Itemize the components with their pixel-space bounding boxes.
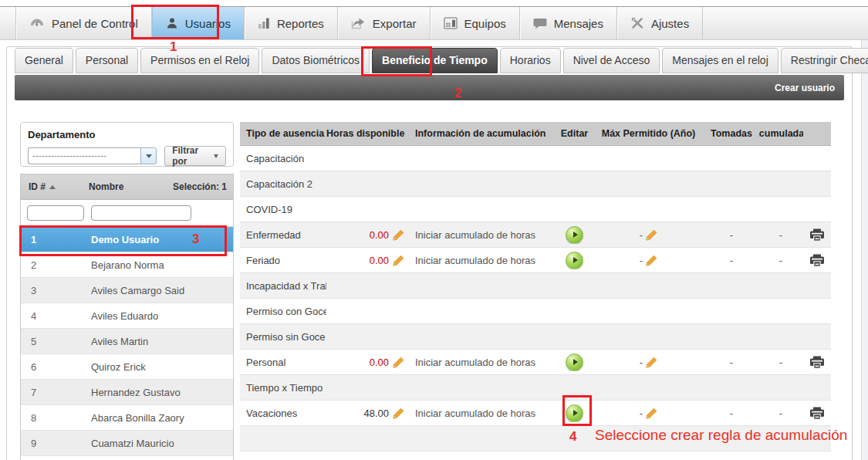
- column-header-id[interactable]: ID #: [21, 181, 89, 192]
- message-icon: [533, 17, 547, 29]
- create-user-button[interactable]: Crear usuario: [775, 83, 835, 93]
- section-toolbar: Crear usuario: [15, 75, 844, 100]
- print-icon[interactable]: [809, 407, 825, 420]
- user-row[interactable]: 11 Demo Usuario 4: [21, 456, 233, 460]
- user-icon: [166, 17, 178, 29]
- edit-pencil-icon[interactable]: [646, 357, 657, 368]
- selection-count-label: Selección: 1: [173, 181, 233, 192]
- tab-restringir-checadas[interactable]: Restringir Checadas: [781, 48, 868, 73]
- department-select-input[interactable]: [28, 147, 140, 164]
- max-allowed-value: -: [640, 229, 643, 241]
- user-list-filter-row: [21, 200, 233, 227]
- name-filter-input[interactable]: [91, 205, 191, 221]
- user-row[interactable]: 1 Demo Usuario: [21, 227, 233, 252]
- user-row[interactable]: 4 Aviles Eduardo: [21, 303, 233, 329]
- accrual-info-label: Iniciar acumulado de horas: [415, 255, 535, 266]
- column-header-nombre: Nombre: [89, 181, 173, 192]
- tab-general[interactable]: General: [15, 48, 73, 73]
- print-icon[interactable]: [809, 254, 825, 267]
- benefit-row-personal: Personal 0.00 Iniciar acumulado de horas…: [240, 350, 831, 375]
- nav-label: Panel de Control: [52, 17, 138, 30]
- nav-item-ajustes[interactable]: Ajustes: [617, 7, 703, 39]
- tab-bar: General Personal Permisos en el Reloj Da…: [7, 47, 852, 73]
- absence-type: COVID-19: [240, 204, 326, 215]
- benefit-row-covid-19: COVID-19: [240, 197, 831, 222]
- nav-item-panel-de-control[interactable]: Panel de Control: [15, 7, 152, 39]
- tab-horarios[interactable]: Horarios: [500, 48, 561, 73]
- edit-pencil-icon[interactable]: [646, 229, 657, 241]
- absence-type: Vacaciones: [240, 408, 326, 419]
- user-row[interactable]: 9 Cuamatzi Mauricio: [21, 431, 233, 456]
- user-row[interactable]: 8 Abarca Bonilla Zaory: [21, 405, 233, 431]
- chevron-down-icon: [146, 154, 152, 158]
- user-list-table: ID # Nombre Selección: 1 1 Demo Usuario …: [20, 174, 234, 460]
- department-dropdown-button[interactable]: [140, 147, 157, 164]
- nav-item-mensajes[interactable]: Mensajes: [520, 7, 617, 39]
- absence-type: Capacitación: [240, 153, 326, 164]
- play-icon: [573, 410, 578, 416]
- user-id: 9: [21, 438, 91, 449]
- nav-label: Usuarios: [185, 17, 231, 30]
- play-icon: [573, 232, 578, 238]
- tab-beneficio-de-tiempo[interactable]: Beneficio de Tiempo: [372, 48, 498, 73]
- edit-pencil-icon[interactable]: [393, 255, 404, 266]
- id-filter-input[interactable]: [27, 205, 84, 221]
- create-accrual-rule-button[interactable]: [566, 353, 583, 371]
- user-row[interactable]: 3 Aviles Camargo Said: [21, 278, 233, 303]
- nav-item-exportar[interactable]: Exportar: [338, 7, 431, 39]
- available-hours: 0.00: [370, 229, 389, 241]
- page-right-gutter: [861, 40, 868, 460]
- create-accrual-rule-button[interactable]: [566, 226, 583, 244]
- nav-item-equipos[interactable]: Equipos: [431, 7, 520, 39]
- create-accrual-rule-button[interactable]: [566, 252, 583, 269]
- accrual-info-label: Iniciar acumulado de horas: [415, 408, 535, 419]
- benefit-row-incapacidad-x-trabajo: Incapacidad x Trabajo: [240, 273, 831, 299]
- print-icon[interactable]: [809, 228, 825, 242]
- available-hours: 0.00: [370, 255, 389, 266]
- filter-by-button[interactable]: Filtrar por: [164, 146, 226, 166]
- user-name: Demo Usuario: [91, 234, 233, 245]
- user-row[interactable]: 2 Bejarano Norma: [21, 252, 233, 278]
- user-row[interactable]: 7 Hernandez Gustavo: [21, 380, 233, 405]
- benefit-row-vacaciones: Vacaciones 48.00 Iniciar acumulado de ho…: [240, 401, 831, 426]
- tab-nivel-de-acceso[interactable]: Nivel de Acceso: [563, 48, 660, 73]
- col-acumuladas: Acumuladas: [758, 128, 803, 139]
- time-benefit-table: Tipo de ausencia Horas disponible Inform…: [240, 122, 831, 452]
- user-row[interactable]: 5 Aviles Martin: [21, 329, 233, 354]
- accumulated-value: -: [779, 357, 782, 368]
- tab-personal[interactable]: Personal: [76, 48, 138, 73]
- absence-type: Tiempo x Tiempo: [240, 382, 326, 394]
- create-accrual-rule-button[interactable]: [566, 404, 583, 422]
- absence-type: Capacitación 2: [240, 178, 326, 190]
- col-tomadas: Tomadas: [704, 128, 758, 139]
- nav-label: Ajustes: [651, 17, 689, 30]
- taken-value: -: [730, 229, 733, 241]
- edit-pencil-icon[interactable]: [393, 408, 404, 419]
- tab-permisos-en-el-reloj[interactable]: Permisos en el Reloj: [140, 48, 259, 73]
- col-editar: Editar: [556, 128, 593, 139]
- edit-pencil-icon[interactable]: [393, 357, 404, 368]
- tab-datos-biometricos[interactable]: Datos Biométricos: [262, 48, 370, 73]
- tab-mensajes-en-el-reloj[interactable]: Mensajes en el reloj: [662, 48, 778, 73]
- print-icon[interactable]: [809, 356, 825, 369]
- available-hours: 0.00: [370, 357, 389, 368]
- taken-value: -: [730, 255, 733, 266]
- user-list-header: ID # Nombre Selección: 1: [21, 174, 233, 200]
- benefit-table-header: Tipo de ausencia Horas disponible Inform…: [240, 122, 831, 146]
- benefit-row-tiempo-x-tiempo: Tiempo x Tiempo: [240, 375, 831, 401]
- edit-pencil-icon[interactable]: [393, 229, 404, 241]
- user-id: 2: [21, 259, 91, 271]
- user-row[interactable]: 6 Quiroz Erick: [21, 354, 233, 380]
- accrual-info-label: Iniciar acumulado de horas: [415, 229, 535, 241]
- id-header-label: ID #: [29, 181, 46, 192]
- device-icon: [444, 17, 458, 29]
- nav-item-reportes[interactable]: Reportes: [245, 7, 338, 39]
- nav-item-usuarios[interactable]: Usuarios: [152, 7, 245, 39]
- absence-type: Enfermedad: [240, 229, 326, 241]
- user-name: Abarca Bonilla Zaory: [91, 412, 233, 424]
- benefit-row-empty: [240, 426, 831, 452]
- edit-pencil-icon[interactable]: [646, 255, 657, 266]
- col-tipo-de-ausencia: Tipo de ausencia: [240, 128, 326, 139]
- edit-pencil-icon[interactable]: [646, 408, 657, 419]
- max-allowed-value: -: [640, 255, 643, 266]
